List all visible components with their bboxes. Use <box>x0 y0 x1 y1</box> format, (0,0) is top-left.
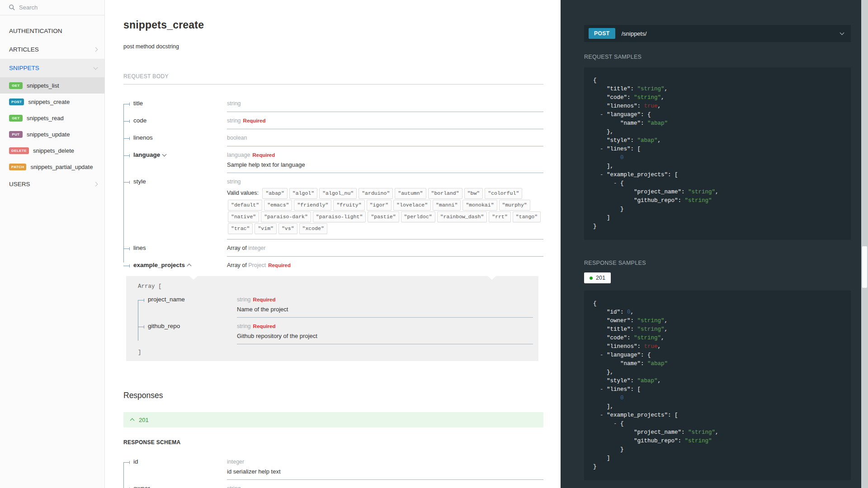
operation-description: post method docstring <box>123 43 543 50</box>
field-type: integer <box>227 459 244 465</box>
sidebar-item-label: AUTHENTICATION <box>9 28 62 34</box>
field-row-style: style string Valid values: "abap""algol"… <box>123 178 543 239</box>
field-row-linenos: linenos boolean <box>123 134 543 146</box>
array-schema-panel: Array [ project_name stringRequired Name… <box>126 276 538 361</box>
tree-tick <box>123 266 130 266</box>
response-tab-201[interactable]: 201 <box>584 272 611 283</box>
valid-value-chip: "rainbow_dash" <box>437 211 487 222</box>
chevron-down-icon <box>94 65 98 70</box>
valid-value-chip: "algol_nu" <box>319 188 357 199</box>
sidebar-item-label: ARTICLES <box>9 46 39 53</box>
valid-value-chip: "igor" <box>367 200 392 211</box>
valid-value-chip: "arduino" <box>359 188 393 199</box>
sidebar-operation[interactable]: POST snippets_create <box>0 94 104 110</box>
valid-value-chip: "algol" <box>289 188 317 199</box>
valid-value-chip: "native" <box>228 211 259 222</box>
sidebar: AUTHENTICATION ARTICLES SNIPPETS GET sni… <box>0 0 105 488</box>
page-title: snippets_create <box>123 19 543 31</box>
chevron-right-icon <box>94 47 98 52</box>
field-name-expandable[interactable]: example_projects <box>133 262 191 268</box>
valid-values-label: Valid values: <box>227 190 259 196</box>
field-help: id serializer help text <box>227 468 543 475</box>
scrollbar-thumb[interactable] <box>862 246 867 288</box>
response-201-toggle[interactable]: 201 <box>123 412 543 427</box>
valid-value-chip: "vim" <box>255 223 277 234</box>
tree-tick <box>123 249 130 249</box>
field-type: string <box>237 323 251 329</box>
sidebar-item-users[interactable]: USERS <box>0 175 104 193</box>
response-samples-label: RESPONSE SAMPLES <box>584 260 851 266</box>
field-type: string <box>227 485 241 488</box>
field-name: code <box>133 117 146 124</box>
valid-value-chip: "paraiso-dark" <box>261 211 311 222</box>
tree-tick <box>123 182 130 183</box>
sidebar-operation[interactable]: GET snippets_read <box>0 110 104 126</box>
http-method-badge: DELETE <box>9 147 29 154</box>
required-flag: Required <box>268 263 291 268</box>
chevron-down-icon <box>840 31 844 35</box>
required-flag: Required <box>253 324 276 329</box>
operation-label: snippets_create <box>28 99 70 105</box>
response-schema-label: RESPONSE SCHEMA <box>123 439 543 446</box>
search-input[interactable] <box>19 4 82 11</box>
sidebar-operations: GET snippets_list POST snippets_create G… <box>0 77 104 175</box>
http-method-badge: PATCH <box>9 164 26 170</box>
field-type: boolean <box>227 135 247 141</box>
valid-values: Valid values: "abap""algol""algol_nu""ar… <box>227 188 543 235</box>
tree-tick <box>123 138 130 139</box>
request-body-label: REQUEST BODY <box>123 73 543 84</box>
operation-label: snippets_read <box>27 115 64 122</box>
valid-value-chip: "pastie" <box>368 211 399 222</box>
search-icon <box>9 5 15 10</box>
valid-value-chip: "murphy" <box>499 200 530 211</box>
valid-value-chip: "emacs" <box>264 200 292 211</box>
valid-value-chip: "vs" <box>278 223 297 234</box>
tree-tick <box>123 121 130 122</box>
field-type: string <box>227 100 241 107</box>
sidebar-operation[interactable]: PATCH snippets_partial_update <box>0 159 104 175</box>
field-type: string <box>227 178 241 185</box>
page-scrollbar[interactable] <box>861 0 868 488</box>
tree-tick <box>123 462 130 463</box>
endpoint-dropdown[interactable]: POST /snippets/ <box>584 25 851 42</box>
sidebar-item-articles[interactable]: ARTICLES <box>0 40 104 59</box>
operation-label: snippets_update <box>27 131 70 138</box>
array-close-bracket: ] <box>138 349 533 356</box>
field-name: github_repo <box>148 323 180 329</box>
field-name-expandable[interactable]: language <box>133 151 166 158</box>
tree-tick <box>138 327 144 327</box>
required-flag: Required <box>252 152 275 158</box>
array-fields: project_name stringRequired Name of the … <box>138 296 533 344</box>
sidebar-operation[interactable]: GET snippets_list <box>0 77 104 94</box>
field-row-id: id integer id serializer help text <box>123 458 543 480</box>
tree-tick <box>138 300 144 300</box>
valid-value-chip: "colorful" <box>485 188 522 199</box>
valid-value-chip: "default" <box>228 200 262 211</box>
field-name: owner <box>133 485 150 488</box>
field-row-title: title string <box>123 100 543 112</box>
valid-value-chip: "rrt" <box>489 211 511 222</box>
field-name: id <box>133 458 138 465</box>
sidebar-operation[interactable]: DELETE snippets_delete <box>0 142 104 159</box>
request-sample-code: { "title": "string", "code": "string", "… <box>584 67 851 240</box>
field-type: Project <box>248 262 266 268</box>
valid-value-chip: "manni" <box>433 200 461 211</box>
response-sample-code: { "id": 0, "owner": "string", "title": "… <box>584 291 851 480</box>
status-dot-icon <box>590 277 593 280</box>
field-help: Name of the project <box>237 306 528 313</box>
field-name: lines <box>133 244 146 251</box>
valid-value-chip: "perldoc" <box>401 211 435 222</box>
sidebar-operation[interactable]: PUT snippets_update <box>0 126 104 142</box>
field-row-github-repo: github_repo stringRequired Github reposi… <box>138 323 533 344</box>
valid-value-chip: "fruity" <box>333 200 364 211</box>
request-samples-label: REQUEST SAMPLES <box>584 54 851 60</box>
valid-value-chip: "friendly" <box>294 200 331 211</box>
http-method-badge: PUT <box>9 131 23 138</box>
valid-value-chip: "monokai" <box>462 200 497 211</box>
search-box[interactable] <box>0 0 104 15</box>
valid-value-chip: "tango" <box>513 211 541 222</box>
sidebar-item-authentication[interactable]: AUTHENTICATION <box>0 22 104 40</box>
sidebar-item-snippets[interactable]: SNIPPETS <box>0 59 104 77</box>
http-method-badge: POST <box>9 99 24 105</box>
sidebar-item-label: USERS <box>9 181 30 188</box>
